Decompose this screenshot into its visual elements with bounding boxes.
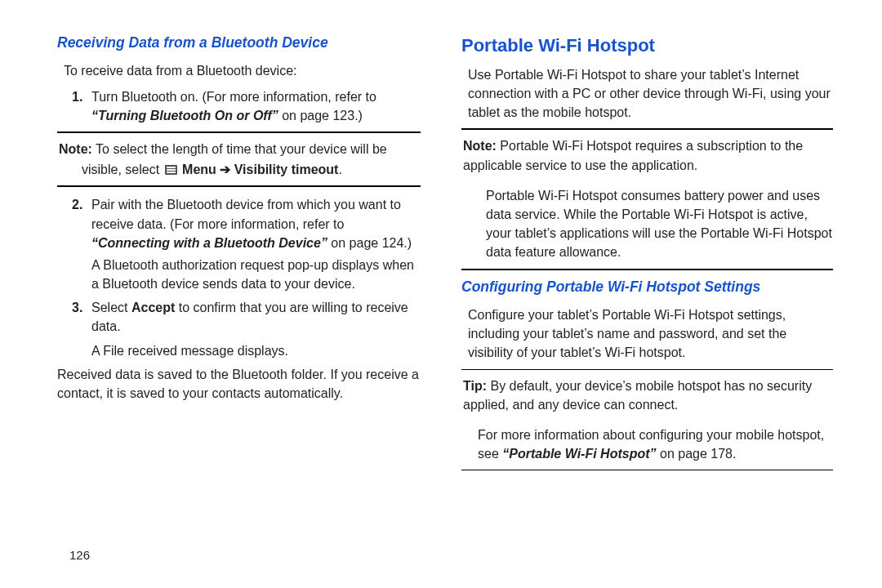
divider	[57, 185, 421, 187]
note-1-end: .	[338, 163, 341, 176]
step-2-text-a: Pair with the Bluetooth device from whic…	[91, 198, 401, 230]
right-tip-b: For more information about configuring y…	[461, 425, 833, 463]
step-1-text-a: Turn Bluetooth on. (For more information…	[91, 90, 376, 104]
step-1-ref: “Turning Bluetooth On or Off”	[91, 109, 278, 122]
note-1-line2: visible, select Menu ➔ Visibility timeou…	[59, 160, 421, 179]
right-note-label: Note:	[463, 139, 497, 153]
step-3-number: 3.	[72, 298, 91, 360]
step-1: 1. Turn Bluetooth on. (For more informat…	[57, 87, 421, 125]
arrow-icon: ➔	[216, 163, 234, 176]
step-1-text-b: on page 123.)	[278, 109, 363, 122]
step-3-text-a: Select	[91, 301, 131, 314]
right-tip-b-ref: “Portable Wi-Fi Hotspot”	[502, 447, 656, 461]
menu-icon	[165, 165, 177, 175]
step-3-text-c: A File received message displays.	[91, 344, 288, 358]
right-sub: Configuring Portable Wi-Fi Hotspot Setti…	[461, 277, 833, 297]
step-2-body: Pair with the Bluetooth device from whic…	[91, 195, 421, 293]
left-column: Receiving Data from a Bluetooth Device T…	[33, 33, 441, 572]
page-number: 126	[69, 548, 90, 562]
left-heading: Receiving Data from a Bluetooth Device	[57, 33, 421, 53]
right-p1: Use Portable Wi-Fi Hotspot to share your…	[461, 65, 833, 122]
note-1-menu: Menu	[182, 163, 216, 176]
left-intro: To receive data from a Bluetooth device:	[57, 61, 421, 80]
right-note: Note: Portable Wi-Fi Hotspot requires a …	[461, 136, 833, 174]
right-title: Portable Wi-Fi Hotspot	[461, 33, 833, 59]
left-outro: Received data is saved to the Bluetooth …	[57, 365, 421, 403]
divider	[461, 269, 833, 270]
step-1-body: Turn Bluetooth on. (For more information…	[91, 87, 421, 125]
divider	[461, 470, 833, 470]
step-2-ref: “Connecting with a Bluetooth Device”	[91, 236, 327, 250]
page: Receiving Data from a Bluetooth Device T…	[0, 0, 882, 588]
right-tip-a: By default, your device’s mobile hotspot…	[463, 379, 812, 412]
step-1-number: 1.	[72, 87, 91, 125]
right-p2: Configure your tablet’s Portable Wi-Fi H…	[461, 305, 833, 363]
step-2-text-b: on page 124.)	[327, 236, 412, 250]
note-1-text-a: To select the length of time that your d…	[92, 142, 387, 156]
step-2-text-c: A Bluetooth authorization request pop-up…	[91, 258, 414, 291]
right-note-b: Portable Wi-Fi Hotspot consumes battery …	[461, 186, 833, 262]
right-tip-b-b: on page 178.	[657, 447, 737, 461]
step-3-body: Select Accept to confirm that you are wi…	[91, 298, 421, 360]
note-1-text-b: visible, select	[82, 163, 163, 176]
note-1-label: Note:	[59, 142, 92, 156]
note-1: Note: To select the length of time that …	[57, 140, 421, 179]
divider	[57, 131, 421, 133]
step-3: 3. Select Accept to confirm that you are…	[57, 298, 421, 360]
right-tip: Tip: By default, your device’s mobile ho…	[461, 376, 833, 414]
right-tip-label: Tip:	[463, 379, 487, 393]
step-2: 2. Pair with the Bluetooth device from w…	[57, 195, 421, 293]
right-note-a: Portable Wi-Fi Hotspot requires a subscr…	[463, 139, 803, 172]
step-2-number: 2.	[72, 195, 91, 293]
right-column: Portable Wi-Fi Hotspot Use Portable Wi-F…	[441, 33, 849, 572]
note-1-vt: Visibility timeout	[234, 163, 339, 176]
step-3-accept: Accept	[131, 301, 175, 314]
divider	[461, 369, 833, 370]
divider	[461, 128, 833, 130]
